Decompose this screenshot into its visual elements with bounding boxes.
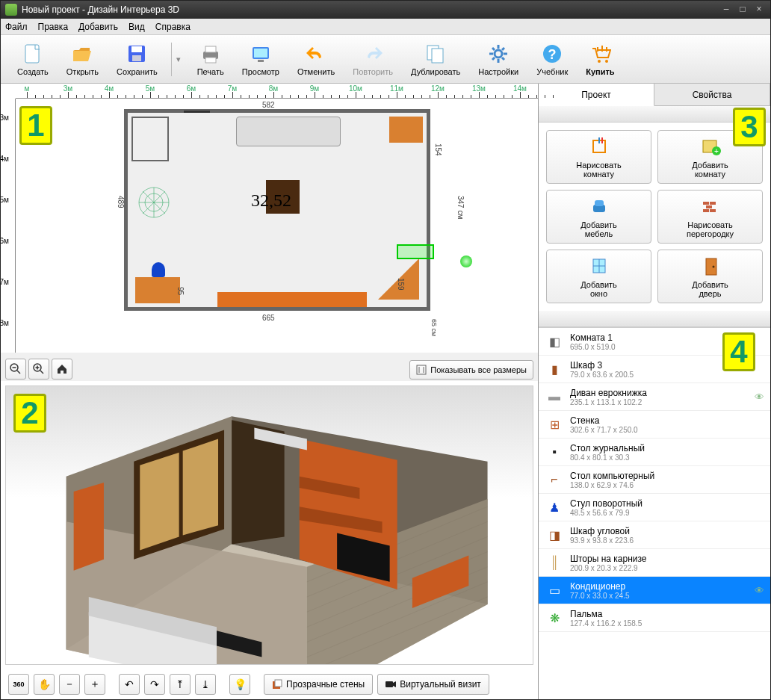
annotation-4: 4 [722,332,755,371]
maximize-button[interactable]: □ [736,4,749,15]
menu-правка[interactable]: Правка [38,22,69,32]
room-outline[interactable]: 32,52 [124,109,430,311]
menu-вид[interactable]: Вид [128,22,145,32]
svg-rect-68 [386,681,393,687]
annotation-3: 3 [733,108,766,146]
show-dimensions-button[interactable]: Показывать все размеры [409,360,533,380]
minimize-button[interactable]: – [719,4,733,15]
help-button[interactable]: ?Учебник [532,40,572,78]
svg-rect-8 [254,49,267,58]
svg-rect-3 [132,55,141,61]
object-row[interactable]: ⌐Стол компьютерный138.0 x 62.9 x 74.6 [539,466,770,494]
object-row[interactable]: ▬Диван еврокнижка235.1 x 113.1 x 102.2👁 [539,383,770,411]
rotate-right-button[interactable]: ↷ [144,674,165,695]
preview-icon [249,42,273,66]
view3d-area: 2 [1,381,538,699]
svg-point-86 [712,266,714,268]
create-button[interactable]: Создать [13,40,53,78]
zoom-out-button[interactable] [5,359,26,380]
print-icon [199,42,223,66]
annotation-1: 1 [19,106,52,145]
section-header-2 [539,311,770,327]
menu-добавить[interactable]: Добавить [78,22,118,32]
window-title: Новый проект - Дизайн Интерьера 3D [22,4,179,15]
floorplan-canvas[interactable]: 32,52 582 347 см 154 665 65 см 489 95 15… [16,99,538,353]
v3-zoom-out-button[interactable]: － [59,674,80,695]
tilt-down-button[interactable]: ⤓ [195,674,216,695]
svg-rect-37 [417,365,426,374]
ruler-vertical: 3м4м5м6м7м8м [1,99,16,353]
create-icon [21,42,45,66]
tab-properties[interactable]: Свойства [654,84,770,105]
duplicate-icon [424,42,448,66]
open-icon [70,42,94,66]
preview-button[interactable]: Просмотр [238,40,284,78]
tab-project[interactable]: Проект [539,84,654,106]
svg-rect-85 [706,258,716,275]
visibility-icon[interactable]: 👁 [755,585,764,596]
visibility-icon[interactable]: 👁 [755,391,764,403]
svg-point-24 [605,60,608,63]
side-tabs: Проект Свойства [539,84,770,106]
svg-rect-81 [710,209,716,212]
action-4[interactable]: Добавитьокно [546,250,651,303]
object-row[interactable]: ▭Кондиционер77.0 x 33.0 x 24.5👁 [539,577,770,604]
ruler-horizontal: м3м4м5м6м7м8м9м10м11м12м13м14м [16,84,538,99]
home-button[interactable] [52,359,72,380]
action-3[interactable]: Нарисоватьперегородку [657,190,763,244]
svg-point-12 [495,50,502,58]
rotate-left-button[interactable]: ↶ [119,674,140,695]
redo-icon [361,42,385,66]
buy-button[interactable]: Купить [581,40,619,78]
room-area-label: 32,52 [251,191,291,211]
duplicate-button[interactable]: Дублировать [406,40,465,78]
action-5[interactable]: Добавитьдверь [657,250,763,303]
object-row[interactable]: ⊞Стенка302.6 x 71.7 x 250.0 [539,411,770,439]
undo-button[interactable]: Отменить [293,40,339,78]
object-row[interactable]: ♟Стул поворотный48.5 x 56.6 x 79.9 [539,494,770,521]
tilt-up-button[interactable]: ⤒ [170,674,191,695]
menubar: ФайлПравкаДобавитьВидСправка [1,19,770,35]
print-button[interactable]: Печать [193,40,229,78]
light-button[interactable]: 💡 [229,674,250,695]
svg-line-31 [17,371,20,374]
action-2[interactable]: Добавитьмебель [546,190,651,244]
pan-button[interactable]: ✋ [34,674,55,695]
floorplan-area: м3м4м5м6м7м8м9м10м11м12м13м14м 3м4м5м6м7… [1,84,538,353]
settings-button[interactable]: Настройки [474,40,523,78]
rotate-360-button[interactable]: 360 [8,674,29,695]
svg-marker-53 [140,453,179,551]
svg-line-19 [502,48,504,50]
menu-справка[interactable]: Справка [155,22,191,32]
menu-файл[interactable]: Файл [5,22,28,32]
settings-icon [486,42,510,66]
svg-line-17 [492,48,495,50]
svg-marker-60 [74,483,104,571]
svg-point-23 [598,60,601,63]
svg-rect-9 [258,60,264,62]
toolbar: СоздатьОткрытьСохранить▾ПечатьПросмотрОт… [1,35,770,84]
svg-rect-0 [25,45,39,63]
object-row[interactable]: ◨Шкаф угловой93.9 x 93.8 x 223.6 [539,521,770,549]
object-row[interactable]: ▪Стол журнальный80.4 x 80.1 x 30.3 [539,439,770,466]
open-button[interactable]: Открыть [62,40,103,78]
redo-button[interactable]: Повторить [348,40,397,78]
svg-rect-79 [706,205,712,208]
view3d-canvas[interactable]: 2 [5,385,533,665]
object-row[interactable]: ║Шторы на карнизе200.9 x 20.3 x 222.9 [539,549,770,577]
save-button[interactable]: Сохранить [112,40,162,78]
zoom-in-button[interactable] [28,359,49,380]
object-row[interactable]: ❋Пальма127.4 x 116.2 x 158.5 [539,604,770,632]
annotation-2: 2 [13,394,46,433]
svg-rect-76 [595,200,604,206]
close-button[interactable]: × [752,4,766,15]
virtual-visit-button[interactable]: Виртуальный визит [377,674,489,695]
transparent-walls-button[interactable]: Прозрачные стены [264,674,373,695]
object-list: 4 ◧Комната 1695.0 x 519.0▮Шкаф 379.0 x 6… [539,327,770,699]
svg-rect-2 [131,46,142,52]
action-0[interactable]: Нарисоватькомнату [546,130,651,184]
v3-zoom-in-button[interactable]: ＋ [84,674,105,695]
view3d-controls: 360 ✋ － ＋ ↶ ↷ ⤒ ⤓ 💡 Прозрачные стены [1,669,538,699]
svg-rect-67 [275,680,282,687]
svg-rect-77 [703,202,709,205]
